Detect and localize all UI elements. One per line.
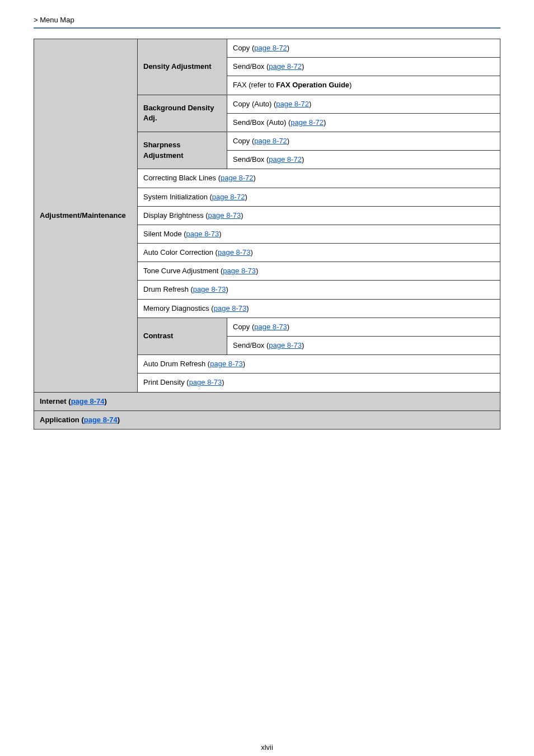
density-copy: Copy (page 8-72) [227, 39, 500, 58]
page-link[interactable]: page 8-73 [214, 304, 247, 312]
header-rule [34, 27, 500, 29]
drum-refresh: Drum Refresh (page 8-73) [138, 281, 500, 299]
page-link[interactable]: page 8-73 [189, 378, 222, 386]
page-link[interactable]: page 8-72 [269, 62, 302, 71]
page-link[interactable]: page 8-72 [276, 100, 309, 108]
page-link[interactable]: page 8-73 [218, 248, 251, 256]
silent-mode: Silent Mode (page 8-73) [138, 225, 500, 243]
page-link[interactable]: page 8-73 [186, 230, 219, 238]
page-link[interactable]: page 8-72 [269, 155, 302, 164]
page-link[interactable]: page 8-72 [254, 44, 287, 52]
density-sendbox: Send/Box (page 8-72) [227, 58, 500, 76]
sharpness-label: SharpnessAdjustment [138, 132, 227, 169]
page-link[interactable]: page 8-73 [193, 285, 226, 293]
auto-drum-refresh: Auto Drum Refresh (page 8-73) [138, 355, 500, 374]
contrast-copy: Copy (page 8-73) [227, 318, 500, 336]
page-link[interactable]: page 8-73 [210, 360, 243, 368]
page-link[interactable]: page 8-72 [221, 174, 254, 182]
bg-copy-auto: Copy (Auto) (page 8-72) [227, 95, 500, 113]
page-link[interactable]: page 8-74 [71, 397, 105, 405]
print-density: Print Density (page 8-73) [138, 374, 500, 392]
page-link[interactable]: page 8-72 [212, 193, 245, 201]
background-density-label: Background DensityAdj. [138, 95, 227, 132]
density-adjustment-label: Density Adjustment [138, 39, 227, 95]
density-fax: FAX (refer to FAX Operation Guide) [227, 76, 500, 95]
application-row: Application (page 8-74) [34, 410, 500, 429]
auto-color-correction: Auto Color Correction (page 8-73) [138, 244, 500, 262]
breadcrumb: > Menu Map [34, 16, 500, 24]
category-cell: Adjustment/Maintenance [34, 39, 138, 393]
bg-sendbox-auto: Send/Box (Auto) (page 8-72) [227, 113, 500, 132]
page-link[interactable]: page 8-74 [84, 416, 118, 424]
display-brightness: Display Brightness (page 8-73) [138, 206, 500, 225]
menu-map-table: Adjustment/Maintenance Density Adjustmen… [34, 39, 500, 430]
contrast-sendbox: Send/Box (page 8-73) [227, 337, 500, 355]
correcting-black-lines: Correcting Black Lines (page 8-72) [138, 169, 500, 188]
system-initialization: System Initialization (page 8-72) [138, 188, 500, 206]
page-link[interactable]: page 8-72 [291, 118, 324, 127]
page-link[interactable]: page 8-72 [254, 137, 287, 145]
memory-diagnostics: Memory Diagnostics (page 8-73) [138, 299, 500, 318]
contrast-label: Contrast [138, 318, 227, 354]
sharp-copy: Copy (page 8-72) [227, 132, 500, 150]
tone-curve-adjustment: Tone Curve Adjustment (page 8-73) [138, 262, 500, 281]
sharp-sendbox: Send/Box (page 8-72) [227, 151, 500, 169]
page-link[interactable]: page 8-73 [269, 341, 302, 349]
page-number: xlvii [34, 743, 500, 752]
page-link[interactable]: page 8-73 [223, 267, 256, 275]
internet-row: Internet (page 8-74) [34, 392, 500, 410]
page-link[interactable]: page 8-73 [208, 211, 241, 220]
page-link[interactable]: page 8-73 [254, 323, 287, 331]
